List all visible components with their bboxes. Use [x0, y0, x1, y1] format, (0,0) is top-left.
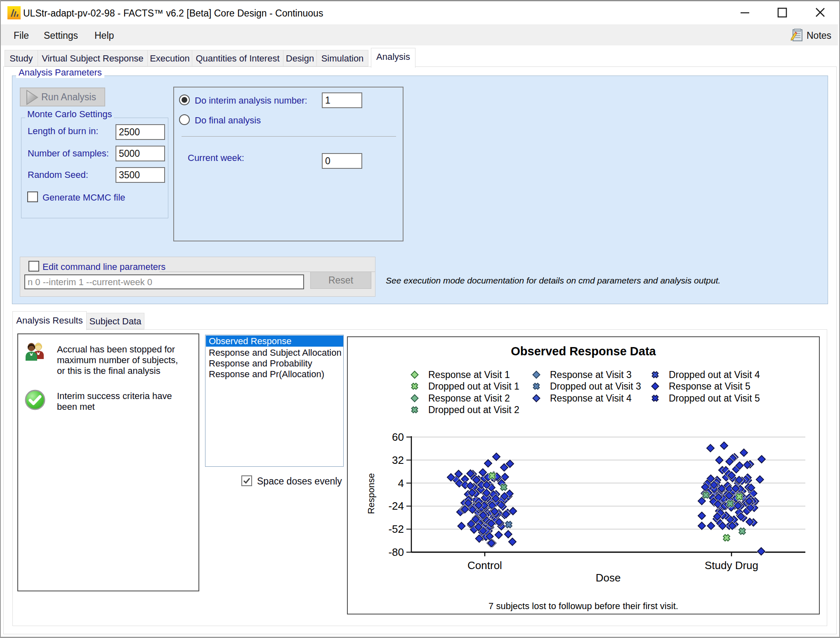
svg-text:Response at Visit 5: Response at Visit 5: [669, 381, 750, 392]
svg-text:Response at Visit 3: Response at Visit 3: [550, 369, 632, 380]
svg-text:Dropped out at Visit 4: Dropped out at Visit 4: [669, 369, 760, 380]
svg-text:Response at Visit 4: Response at Visit 4: [550, 393, 632, 404]
svg-text:Study Drug: Study Drug: [705, 559, 758, 572]
svg-text:Dose: Dose: [596, 572, 621, 584]
svg-text:Response: Response: [366, 473, 376, 514]
svg-text:Observed Response Data: Observed Response Data: [511, 345, 656, 358]
svg-text:Response at Visit 1: Response at Visit 1: [428, 369, 510, 380]
svg-text:-24: -24: [388, 500, 404, 512]
svg-text:Control: Control: [467, 559, 502, 572]
svg-text:Dropped out at Visit 1: Dropped out at Visit 1: [428, 381, 519, 392]
svg-text:Dropped out at Visit 3: Dropped out at Visit 3: [550, 381, 641, 392]
svg-text:7 subjects lost to followup be: 7 subjects lost to followup before their…: [488, 601, 678, 611]
svg-text:Response at Visit 2: Response at Visit 2: [428, 393, 510, 404]
svg-text:-52: -52: [388, 523, 404, 535]
svg-text:60: 60: [392, 431, 404, 443]
svg-text:4: 4: [398, 477, 404, 489]
svg-text:Dropped out at Visit 2: Dropped out at Visit 2: [428, 404, 519, 415]
svg-text:Dropped out at Visit 5: Dropped out at Visit 5: [669, 393, 760, 404]
svg-text:32: 32: [392, 454, 404, 466]
svg-text:-80: -80: [388, 546, 404, 558]
